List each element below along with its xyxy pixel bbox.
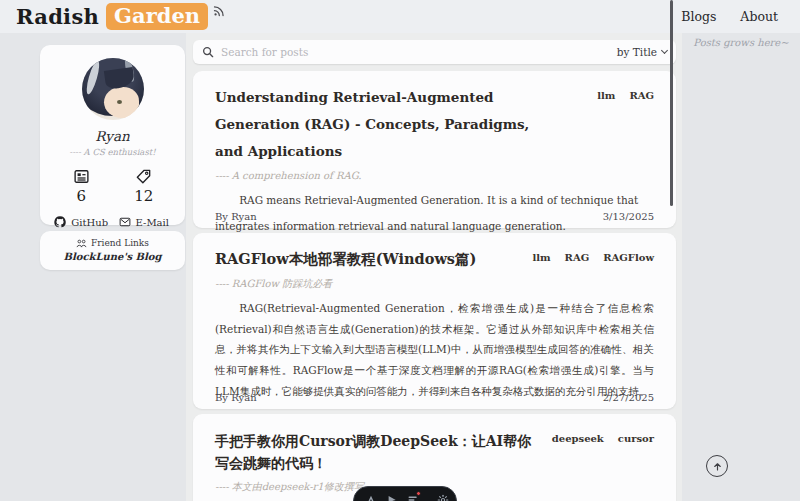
rail-note: Posts grows here~: [682, 37, 800, 48]
tags-icon: [135, 168, 152, 185]
astro-logo-button[interactable]: [365, 493, 377, 501]
astro-icon: [365, 494, 377, 501]
post-tag[interactable]: deepseek: [552, 433, 604, 444]
notification-dot: [416, 491, 421, 496]
profile-motto: ---- A CS enthusiast!: [50, 147, 175, 157]
nav-item-blogs[interactable]: Blogs: [681, 9, 716, 24]
scrollbar[interactable]: [670, 0, 673, 206]
logo-text-primary: Radish: [16, 4, 99, 29]
gear-icon: [437, 494, 449, 501]
post-tag[interactable]: RAG: [565, 252, 590, 263]
arrow-up-icon: [712, 461, 723, 472]
search-input[interactable]: [221, 46, 610, 58]
search-icon: [202, 46, 214, 58]
post-card[interactable]: Understanding Retrieval-Augmented Genera…: [193, 71, 676, 228]
email-icon: [119, 216, 131, 228]
profile-stats: 6 12: [50, 168, 175, 205]
post-tag[interactable]: cursor: [618, 433, 654, 444]
rss-icon[interactable]: [213, 5, 225, 17]
post-title[interactable]: RAGFlow本地部署教程(Windows篇): [215, 246, 532, 272]
post-author: By Ryan: [215, 211, 257, 222]
post-excerpt: RAG(Retrieval-Augmented Generation，检索增强生…: [215, 298, 654, 401]
post-author: By Ryan: [215, 392, 257, 403]
post-title[interactable]: 手把手教你用Cursor调教DeepSeek：让AI帮你写会跳舞的代码！: [215, 427, 545, 475]
sort-dropdown[interactable]: by Title: [617, 46, 667, 58]
github-icon: [54, 216, 66, 228]
search-bar: by Title: [193, 40, 676, 64]
post-subtitle: ---- RAGFlow 防踩坑必看: [215, 277, 654, 291]
profile-links: GitHub E-Mail: [50, 216, 175, 228]
post-tag[interactable]: RAG: [629, 90, 654, 101]
post-title[interactable]: Understanding Retrieval-Augmented Genera…: [215, 84, 545, 165]
post-card[interactable]: RAGFlow本地部署教程(Windows篇) llm RAG RAGFlow …: [193, 233, 676, 409]
header-nav: Blogs About: [681, 9, 784, 24]
avatar: [82, 58, 144, 120]
sort-label: by Title: [617, 46, 657, 58]
post-tag[interactable]: RAGFlow: [603, 252, 654, 263]
post-tags: deepseek cursor: [552, 427, 654, 444]
settings-button[interactable]: [437, 493, 449, 501]
posts-icon: [73, 168, 90, 185]
inspect-arrow-icon: [386, 494, 398, 501]
posts-column: by Title Understanding Retrieval-Augment…: [186, 33, 682, 501]
friend-links-title: Friend Links: [48, 238, 177, 248]
back-to-top-button[interactable]: [706, 455, 728, 477]
nav-item-about[interactable]: About: [740, 9, 778, 24]
profile-card: Ryan ---- A CS enthusiast! 6: [40, 45, 185, 225]
stat-tags[interactable]: 12: [113, 168, 176, 205]
site-logo[interactable]: Radish Garden: [16, 3, 208, 30]
post-subtitle: ---- A comprehension of RAG.: [215, 170, 654, 181]
posts-count: 6: [76, 187, 86, 205]
post-date: 3/13/2025: [603, 211, 654, 222]
friend-link-blocklune[interactable]: BlockLune's Blog: [48, 251, 177, 262]
profile-name: Ryan: [50, 128, 175, 144]
github-link-label: GitHub: [71, 217, 108, 228]
tags-count: 12: [134, 187, 153, 205]
post-tag[interactable]: llm: [532, 252, 550, 263]
post-date: 2/27/2025: [603, 392, 654, 403]
chevron-down-icon: [661, 47, 668, 54]
stat-posts[interactable]: 6: [50, 168, 113, 205]
audit-button[interactable]: [407, 493, 419, 501]
post-tags: llm RAG: [597, 84, 654, 101]
github-link[interactable]: GitHub: [50, 216, 113, 228]
sidebar: Ryan ---- A CS enthusiast! 6: [40, 45, 185, 270]
inspect-arrow-button[interactable]: [386, 493, 398, 501]
right-rail: Posts grows here~: [682, 33, 800, 501]
email-link[interactable]: E-Mail: [113, 216, 176, 228]
email-link-label: E-Mail: [136, 217, 169, 228]
site-header: Radish Garden Blogs About: [0, 0, 800, 33]
dev-toolbar: [353, 486, 457, 501]
friends-icon: [76, 239, 87, 248]
friend-links-card: Friend Links BlockLune's Blog: [40, 231, 185, 270]
post-tag[interactable]: llm: [597, 90, 615, 101]
logo-text-accent: Garden: [106, 3, 208, 30]
post-tags: llm RAG RAGFlow: [532, 246, 654, 263]
friend-links-title-text: Friend Links: [91, 238, 149, 248]
